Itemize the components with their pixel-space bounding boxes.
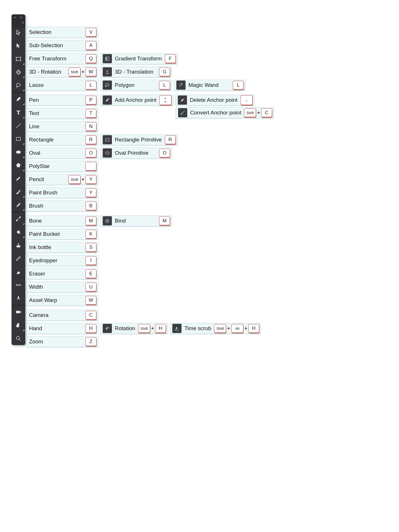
tool-camera[interactable] [12,305,25,319]
alt-tool-oval-prim[interactable]: Oval PrimitiveO [100,148,172,159]
tool-label-free-transform[interactable]: Free TransformQ [26,53,98,65]
tool-name: Oval [29,150,40,156]
tool-paint-bucket[interactable] [12,225,25,239]
key-H: H [248,324,259,333]
alt-tool-convert-anchor[interactable]: Convert Anchor pointShift+C [175,107,274,119]
alt-tool-rotation-view[interactable]: RotationShift+H [100,323,168,334]
tool-selection[interactable] [12,26,25,39]
alt-tool-magic-wand[interactable]: Magic WandL [174,80,246,91]
key-plus: + [151,326,154,331]
tool-label-pen[interactable]: PenP [26,95,98,106]
tool-label-lasso[interactable]: LassoL [26,80,98,91]
collapse-icon[interactable]: << [20,16,22,19]
tool-sub-selection[interactable] [12,39,25,52]
svg-point-9 [16,151,21,154]
alt-tool-time-scrub[interactable]: Time scrubShift+Alt+H [170,323,261,334]
key-R: R [165,135,176,144]
key-plus: + [245,326,247,331]
key-O: O [85,149,96,157]
tool-label-pencil[interactable]: PencilShift+Y [26,174,98,185]
tool-label-line[interactable]: LineN [26,121,98,133]
tool-row-pen-line2: Convert Anchor pointShift+C [175,107,274,119]
tool-label-ink-bottle[interactable]: Ink bottleS [26,242,98,253]
svg-rect-8 [16,137,21,141]
tool-bone[interactable] [12,212,25,225]
alt-tool-3d-translation[interactable]: 3D - TranslationG [100,66,172,78]
tool-label-zoom[interactable]: ZoomZ [26,336,98,348]
key-L: L [85,81,96,89]
tool-label-brush[interactable]: BrushB [26,200,98,212]
tool-label-bone[interactable]: BoneM [26,215,98,227]
key-V: V [85,28,96,37]
alt-tool-gradient-transform[interactable]: Gradient TransformF [100,53,178,65]
tool-polystar[interactable] [12,159,25,172]
alt-tool-bind[interactable]: BindM [100,215,172,227]
svg-point-21 [109,141,109,141]
tool-pen[interactable] [12,93,25,106]
key-R: R [85,135,96,144]
tool-name: Hand [29,325,42,332]
tool-free-transform[interactable] [12,52,25,66]
tool-3d-rotation[interactable] [12,66,25,79]
alt-tool-rect-prim[interactable]: Rectangle PrimitiveR [100,134,178,146]
tool-name: Sub-Selection [29,42,63,49]
key-C: C [261,108,272,117]
tool-zoom[interactable] [12,332,25,345]
key-O: O [159,149,170,157]
tool-asset-warp[interactable] [12,292,25,305]
key-A: A [85,41,96,50]
toolbar [12,26,25,345]
alt-tool-delete-anchor[interactable]: Delete Anchor point_- [175,95,255,106]
tool-label-width[interactable]: WidthU [26,282,98,293]
tool-label-camera[interactable]: CameraC [26,310,98,321]
tool-label-selection[interactable]: SelectionV [26,27,98,38]
tool-ink-bottle[interactable] [12,239,25,252]
tool-label-hand[interactable]: HandH [26,323,98,334]
key-Q: Q [85,54,96,63]
tool-label-oval[interactable]: OvalO [26,148,98,159]
tool-label-text[interactable]: TextT [26,108,98,119]
alt-tool-polygon[interactable]: PolygonL [100,80,172,91]
panel-titlebar[interactable]: ✕ << ≡ [12,14,25,26]
tool-brush[interactable] [12,198,25,212]
tool-rectangle[interactable] [12,132,25,146]
tool-oval[interactable] [12,146,25,159]
tool-label-eyedropper[interactable]: EyedropperI [26,255,98,267]
panel-menu-icon[interactable]: ≡ [22,21,24,25]
tool-label-sub-selection[interactable]: Sub-SelectionA [26,40,98,51]
tool-eyedropper[interactable] [12,252,25,265]
tool-text[interactable] [12,106,25,119]
tool-label-eraser[interactable]: EraserE [26,268,98,280]
tool-row-paint-bucket: Paint BucketK [26,229,98,240]
oval-prim-icon [103,148,112,158]
close-icon[interactable]: ✕ [14,16,16,20]
tool-width[interactable] [12,278,25,292]
tool-label-polystar[interactable]: PolyStar [26,161,98,172]
alt-tool-add-anchor[interactable]: Add Anchor point+= [100,95,173,106]
tool-name: Eraser [29,271,45,277]
tool-eraser[interactable] [12,265,25,278]
tool-label-rectangle[interactable]: RectangleR [26,134,98,146]
key-M: M [85,217,96,225]
tool-line[interactable] [12,119,25,132]
key-F: F [165,54,176,63]
trans3d-icon [103,67,112,76]
tool-hand[interactable] [12,319,25,332]
key-S: S [85,243,96,252]
tool-pencil[interactable] [12,172,25,185]
tool-paint-brush[interactable] [12,185,25,198]
tool-lasso[interactable] [12,79,25,92]
key-plus: + [227,326,230,331]
key-Shift: Shift [214,324,226,333]
convert-anchor-icon [178,108,187,117]
tool-label-paint-bucket[interactable]: Paint BucketK [26,229,98,240]
pen-minus-icon [178,95,187,105]
tool-label-3d-rotation[interactable]: 3D - RotationShift+W [26,66,98,78]
tool-name: Gradient Transform [115,56,162,62]
tool-name: Paint Brush [29,190,57,196]
tool-row-camera: CameraC [26,310,98,321]
tool-label-paint-brush[interactable]: Paint BrushY [26,187,98,199]
tool-row-lasso: LassoLPolygonLMagic WandL [26,80,246,91]
tool-label-asset-warp[interactable]: Asset WarpW [26,295,98,306]
key-C: C [85,311,96,319]
